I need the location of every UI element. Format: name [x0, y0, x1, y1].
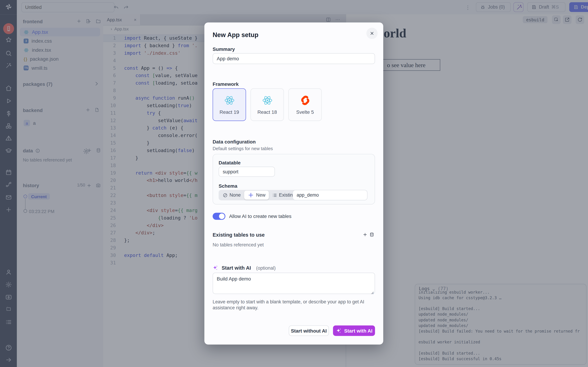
toggle-knob [219, 213, 225, 219]
sparkle-icon [212, 265, 218, 271]
slash-circle-icon [223, 193, 228, 198]
svelte-logo-icon [299, 95, 311, 106]
sparkle-icon [336, 328, 341, 334]
schema-segmented-control: NoneNewExisting [219, 190, 299, 200]
helper-text: Leave empty to start with a blank templa… [213, 299, 372, 311]
datatable-input[interactable] [219, 167, 275, 177]
close-icon [369, 31, 375, 36]
start-with-ai-button[interactable]: Start with AI [333, 325, 375, 336]
list-sm-icon [272, 193, 277, 198]
data-config-title: Data configuration [213, 139, 256, 144]
datatable-label: Datatable [219, 160, 241, 166]
existing-tables-title: Existing tables to use [213, 232, 265, 238]
start-ai-label: Start with AI [222, 265, 251, 271]
framework-card-svelte-5[interactable]: Svelte 5 [288, 88, 322, 121]
react-logo-icon [224, 95, 235, 106]
app-window: Jobs (0) Draft ⌘S Deploy frontend App.ts… [0, 0, 588, 367]
database-icon [369, 232, 374, 237]
close-modal-button[interactable] [366, 28, 378, 39]
start-ai-optional: (optional) [256, 266, 276, 271]
schema-option-new[interactable]: New [244, 191, 269, 200]
screenshot-root: Jobs (0) Draft ⌘S Deploy frontend App.ts… [0, 0, 588, 367]
react-logo-icon [262, 95, 273, 106]
framework-label: Framework [213, 81, 239, 87]
plus-icon [247, 192, 254, 199]
resize-handle-icon[interactable]: ◢ [371, 291, 373, 294]
existing-tables-empty: No tables referenced yet [213, 242, 264, 248]
summary-label: Summary [213, 47, 235, 52]
schema-option-none[interactable]: None [219, 191, 244, 200]
start-without-ai-button[interactable]: Start without AI [289, 325, 329, 336]
framework-card-react-19[interactable]: React 19 [213, 88, 246, 121]
plus-icon [363, 232, 367, 237]
data-config-subtitle: Default settings for new tables [213, 146, 273, 151]
ai-prompt-textarea[interactable]: Build App demo [213, 273, 375, 294]
new-app-setup-modal: New App setup Summary Framework React 19… [204, 23, 383, 345]
modal-title: New App setup [213, 32, 259, 39]
allow-ai-toggle[interactable] [213, 213, 225, 220]
allow-ai-label: Allow AI to create new tables [229, 213, 291, 219]
summary-input[interactable] [213, 53, 375, 64]
schema-label: Schema [219, 183, 237, 189]
framework-card-react-18[interactable]: React 18 [251, 88, 284, 121]
existing-tables-add-button[interactable] [363, 232, 374, 237]
schema-name-input[interactable] [293, 190, 367, 200]
